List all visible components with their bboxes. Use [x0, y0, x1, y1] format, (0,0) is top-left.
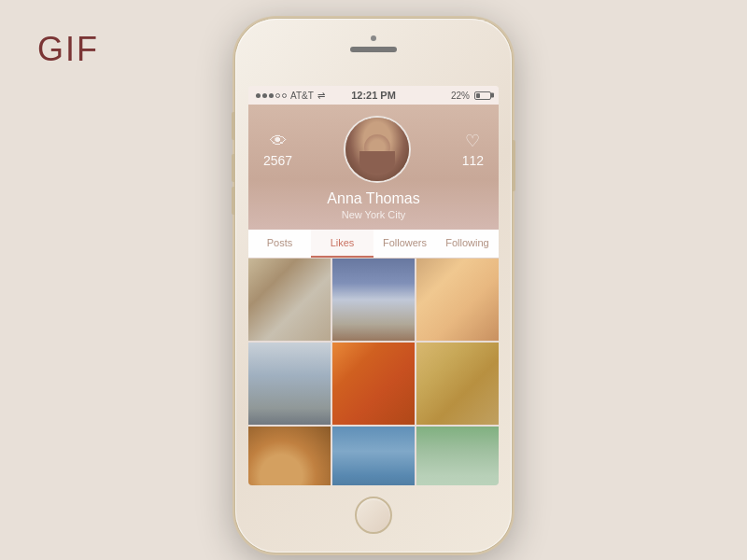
likes-stat: ♡ 112	[462, 131, 484, 168]
photo-cell-8[interactable]	[332, 427, 415, 485]
camera-dot	[371, 35, 376, 41]
likes-icon: ♡	[465, 131, 480, 151]
battery-fill	[476, 93, 480, 98]
photo-cell-7[interactable]	[248, 427, 331, 485]
status-bar: AT&T ⇌ 12:21 PM 22%	[248, 86, 499, 105]
profile-location: New York City	[263, 209, 484, 220]
signal-dot-5	[282, 93, 287, 98]
carrier-label: AT&T	[290, 91, 314, 101]
photo-cell-9[interactable]	[416, 427, 499, 485]
speaker-grill	[350, 47, 397, 52]
signal-dot-4	[275, 93, 280, 98]
profile-header: 👁 2567 ♡ 112 Anna Thomas New York City	[248, 105, 499, 230]
photo-grid-container	[248, 259, 499, 485]
tabs-bar: Posts Likes Followers Following	[248, 230, 499, 259]
photo-cell-4[interactable]	[248, 343, 331, 425]
battery-percent: 22%	[451, 91, 470, 101]
tab-posts[interactable]: Posts	[248, 230, 311, 258]
tab-likes[interactable]: Likes	[311, 230, 374, 258]
photo-cell-6[interactable]	[416, 343, 499, 425]
battery-icon	[474, 91, 491, 100]
phone-frame: AT&T ⇌ 12:21 PM 22% 👁 2567	[235, 19, 512, 553]
photo-cell-5[interactable]	[332, 343, 415, 425]
photo-cell-2[interactable]	[332, 259, 415, 341]
wifi-icon: ⇌	[317, 91, 325, 101]
status-left: AT&T ⇌	[256, 91, 325, 101]
profile-stats-row: 👁 2567 ♡ 112	[263, 116, 484, 183]
status-time: 12:21 PM	[351, 90, 396, 101]
status-right: 22%	[451, 91, 491, 101]
signal-dot-2	[262, 93, 267, 98]
photo-grid	[248, 259, 499, 485]
signal-dots	[256, 93, 287, 98]
photo-cell-3[interactable]	[416, 259, 499, 341]
gif-label: GIF	[37, 30, 99, 69]
phone-top	[350, 35, 397, 52]
signal-dot-1	[256, 93, 261, 98]
signal-dot-3	[269, 93, 274, 98]
likes-count: 112	[462, 153, 484, 168]
tab-following[interactable]: Following	[436, 230, 499, 258]
home-button[interactable]	[355, 497, 392, 534]
phone-screen: AT&T ⇌ 12:21 PM 22% 👁 2567	[248, 86, 499, 485]
photo-cell-1[interactable]	[248, 259, 331, 341]
tab-followers[interactable]: Followers	[374, 230, 436, 258]
views-icon: 👁	[270, 132, 287, 151]
avatar-face	[345, 118, 409, 181]
profile-name: Anna Thomas	[263, 190, 484, 207]
avatar[interactable]	[344, 116, 411, 183]
views-stat: 👁 2567	[263, 132, 292, 168]
views-count: 2567	[263, 153, 292, 168]
